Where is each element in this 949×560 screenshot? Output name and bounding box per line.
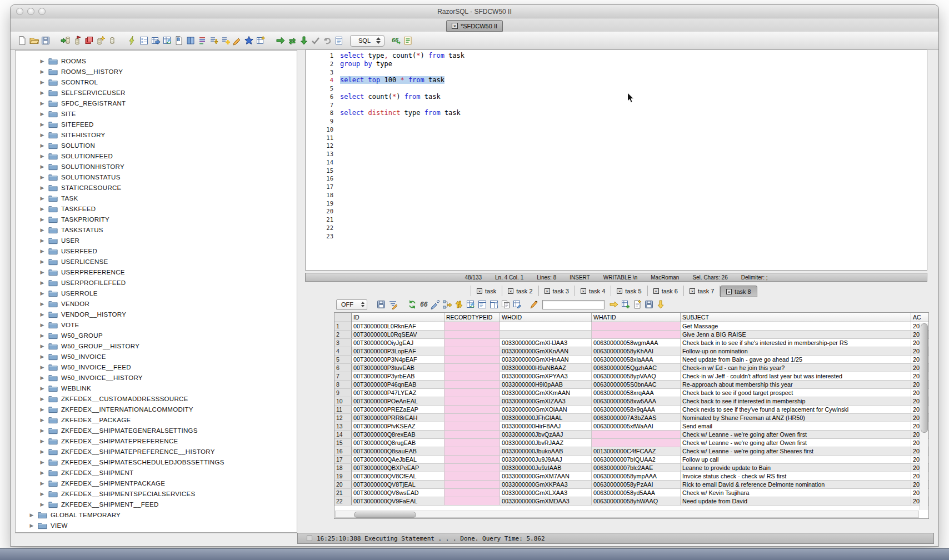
sidebar-item-rooms[interactable]: ▶ROOMS — [16, 56, 297, 66]
save-results-button[interactable] — [375, 298, 387, 311]
export-results-button[interactable] — [655, 298, 666, 311]
sidebar-item-site[interactable]: ▶SITE — [16, 108, 297, 119]
cell-subject[interactable]: Rick to email David & reference Delmonte… — [681, 481, 911, 488]
export-table-button[interactable] — [149, 34, 161, 47]
cell-whatid[interactable]: 00630000005QgzhAAC — [592, 364, 681, 372]
sidebar-item-weblink[interactable]: ▶WEBLINK — [16, 383, 297, 393]
cell-id[interactable]: 00T3000000P3N4pEAF — [352, 356, 444, 363]
cell-rtid[interactable] — [444, 372, 500, 380]
column-header-recordtypeid[interactable]: RECORDTYPEID — [444, 313, 500, 322]
disclosure-triangle-icon[interactable]: ▶ — [39, 90, 45, 96]
sidebar-item-zkfedex-shipmatepreference[interactable]: ▶ZKFEDEX__SHIPMATEPREFERENCE — [16, 436, 297, 446]
editor-line-6[interactable]: 6select count(*) from task — [306, 93, 927, 101]
cell-num[interactable]: 1 — [334, 322, 352, 330]
table-row[interactable]: 1200T3000000PRR8rEAH0033000000JFhGlAAL00… — [334, 414, 928, 422]
cell-whoid[interactable]: 0033000000JbvRJAAZ — [500, 439, 592, 447]
cell-subject[interactable]: Check back to see if interested in membe… — [681, 397, 911, 405]
sidebar-item-taskfeed[interactable]: ▶TASKFEED — [16, 203, 297, 214]
cell-rtid[interactable] — [444, 431, 500, 438]
insert-row-button[interactable] — [620, 298, 631, 311]
cell-whatid[interactable]: 00630000007bIQUAA2 — [592, 456, 681, 463]
disclosure-triangle-icon[interactable]: ▶ — [39, 132, 45, 138]
cell-num[interactable]: 21 — [334, 489, 352, 497]
editor-line-1[interactable]: 1select type, count(*) from task — [306, 52, 927, 60]
cell-subject[interactable]: Give Jenn a BIG RAISE — [681, 331, 911, 338]
cell-whoid[interactable]: 0033000000GmXHJAA3 — [500, 339, 592, 347]
cell-rtid[interactable] — [444, 381, 500, 388]
table-row[interactable]: 700T3000000P3yrbEAB0033000000GmXPYAA3006… — [334, 372, 928, 381]
column-header-whatid[interactable]: WHATID — [592, 313, 681, 322]
close-result-tab-icon[interactable]: × — [653, 288, 659, 294]
disclosure-triangle-icon[interactable]: ▶ — [39, 259, 45, 264]
vertical-scrollbar-thumb[interactable] — [921, 323, 928, 433]
documentation-button[interactable] — [184, 34, 196, 47]
cell-whoid[interactable]: 0033000000JbukoAAB — [500, 447, 592, 455]
close-result-tab-icon[interactable]: × — [726, 289, 732, 294]
cell-whoid[interactable]: 0033000000H9i0pAAB — [500, 381, 592, 388]
table-row[interactable]: 1300T3000000PfvKSEAZ0033000000HirF8AAJ00… — [334, 422, 928, 431]
sidebar-item-zkfedex-shipment-feed[interactable]: ▶ZKFEDEX__SHIPMENT__FEED — [16, 499, 297, 509]
cell-rtid[interactable] — [444, 389, 500, 397]
editor-line-7[interactable]: 7 — [306, 101, 927, 109]
cell-subject[interactable]: Send email — [681, 422, 911, 430]
sidebar-item-zkfedex-customaddresssource[interactable]: ▶ZKFEDEX__CUSTOMADDRESSSOURCE — [16, 393, 297, 404]
database-button[interactable] — [106, 34, 118, 47]
cell-whatid[interactable] — [592, 431, 681, 438]
sidebar-item-user[interactable]: ▶USER — [16, 235, 297, 246]
cell-subject[interactable]: Need update from Bain - gave go ahead 1/… — [681, 356, 911, 363]
edit-sql-button[interactable] — [231, 34, 243, 47]
cell-id[interactable]: 00T3000000PfvKSEAZ — [352, 422, 444, 430]
disclosure-triangle-icon[interactable]: ▶ — [39, 364, 45, 370]
cell-id[interactable]: 00T3000000POeAnEAL — [352, 397, 444, 405]
schema-tree[interactable]: ▶ROOMS▶ROOMS__HISTORY▶SCONTROL▶SELFSERVI… — [15, 50, 297, 533]
document-tab[interactable]: × *SFDCW50 II — [446, 20, 503, 32]
disclosure-triangle-icon[interactable]: ▶ — [39, 407, 45, 412]
cell-id[interactable]: 00T3000000OiyJgEAJ — [352, 339, 444, 347]
disclosure-triangle-icon[interactable]: ▶ — [39, 291, 45, 296]
cell-whatid[interactable]: 0013000000C4fFCAAZ — [592, 447, 681, 455]
cell-subject[interactable]: Check w/ Leanne - we're going after Shea… — [681, 447, 911, 455]
cell-num[interactable]: 18 — [334, 464, 352, 472]
cell-whatid[interactable]: 00630000005xfWaAAI — [592, 422, 681, 430]
cell-rtid[interactable] — [444, 322, 500, 330]
cell-whatid[interactable] — [592, 322, 681, 330]
view-sql-button[interactable]: 66 — [418, 298, 429, 311]
sidebar-item-global-temporary[interactable]: ▶GLOBAL TEMPORARY — [16, 509, 297, 520]
disclosure-triangle-icon[interactable]: ▶ — [39, 227, 45, 233]
cell-whoid[interactable]: 0033000000GmXHnAAN — [500, 356, 592, 363]
disclosure-triangle-icon[interactable]: ▶ — [39, 196, 45, 201]
fetch-next-button[interactable] — [298, 34, 309, 47]
cell-whatid[interactable]: 006300000058x9qAAA — [592, 406, 681, 413]
cell-id[interactable]: 00T3000000QV8wsEAD — [352, 489, 444, 497]
minimize-window-icon[interactable] — [27, 8, 34, 15]
cell-num[interactable]: 16 — [334, 447, 352, 455]
table-row[interactable]: 2000T3000000QV8TjEAL0033000000GmXKPAA300… — [334, 481, 928, 489]
favorites-button[interactable] — [243, 34, 254, 47]
cell-rtid[interactable] — [444, 347, 500, 355]
editor-line-9[interactable]: 9 — [306, 117, 927, 126]
disclosure-triangle-icon[interactable]: ▶ — [39, 185, 45, 191]
cell-num[interactable]: 9 — [334, 389, 352, 397]
cell-subject[interactable]: Invoice status check - check w/ RS first — [681, 472, 911, 480]
cell-rtid[interactable] — [444, 447, 500, 455]
cell-num[interactable]: 12 — [334, 414, 352, 422]
schema-browser-button[interactable] — [173, 34, 184, 47]
cell-num[interactable]: 5 — [334, 356, 352, 363]
cell-id[interactable]: 00T3000000Q8rugEAB — [352, 439, 444, 447]
table-row[interactable]: 1700T3000000QAeJbEAL0033000000Ju9J9AAJ00… — [334, 456, 928, 464]
editor-line-13[interactable]: 13 — [306, 150, 927, 158]
sidebar-item-w50-invoice-feed[interactable]: ▶W50_INVOICE__FEED — [16, 362, 297, 372]
results-grid[interactable]: IDRECORDTYPEIDWHOIDWHATIDSUBJECTAC 100T3… — [334, 312, 929, 519]
cell-id[interactable]: 00T3000000P3LopEAF — [352, 347, 444, 355]
column-header-ac[interactable]: AC — [911, 313, 929, 322]
sidebar-item-solutionstatus[interactable]: ▶SOLUTIONSTATUS — [16, 172, 297, 182]
disclosure-triangle-icon[interactable]: ▶ — [39, 101, 45, 106]
table-row[interactable]: 300T3000000OiyJgEAJ0033000000GmXHJAA3006… — [334, 339, 928, 347]
cell-whoid[interactable]: 0033000000JFhGlAAL — [500, 414, 592, 422]
table-editor-button[interactable] — [254, 34, 266, 47]
cell-num[interactable]: 6 — [334, 364, 352, 372]
close-result-tab-icon[interactable]: × — [508, 288, 513, 294]
disclosure-triangle-icon[interactable]: ▶ — [39, 58, 45, 64]
disclosure-triangle-icon[interactable]: ▶ — [39, 343, 45, 349]
sidebar-item-zkfedex-package[interactable]: ▶ZKFEDEX__PACKAGE — [16, 414, 297, 425]
